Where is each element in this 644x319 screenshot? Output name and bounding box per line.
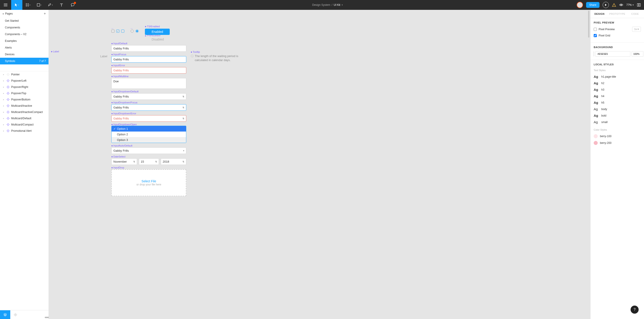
date-day[interactable]: 15	[139, 158, 159, 165]
page-item[interactable]: Examples	[0, 38, 48, 44]
radio-selected[interactable]	[136, 30, 139, 33]
pages-header[interactable]: ▾Pages +	[0, 10, 48, 18]
text-style-row[interactable]: Agh5	[594, 99, 641, 106]
layer-item[interactable]: ▸Popover/Bottom	[0, 96, 48, 103]
color-style-row[interactable]: berry-100	[594, 133, 641, 140]
text-style-row[interactable]: Agh3	[594, 86, 641, 93]
dropdown-option-1[interactable]: Option 1	[112, 126, 186, 132]
text-style-row[interactable]: Agsmall	[594, 119, 641, 125]
page-item[interactable]: Components – V2	[0, 31, 48, 38]
checkbox-unchecked[interactable]	[111, 30, 114, 33]
canvas[interactable]: Label Label ... ✓ ... TS/Enabled Enabled…	[49, 10, 590, 319]
visibility-icon[interactable]	[619, 4, 623, 6]
background-opacity-input[interactable]	[632, 51, 643, 57]
page-item[interactable]: Devices	[0, 51, 48, 58]
frame-input-focus[interactable]: Input/Focus	[111, 53, 186, 56]
frame-date-select[interactable]: DateSelect	[111, 155, 186, 158]
dropdown-option-2[interactable]: Option 2	[112, 132, 186, 137]
frame-tooltip[interactable]: Tooltip	[191, 51, 242, 53]
hamburger-menu[interactable]	[0, 0, 11, 10]
page-item[interactable]: Get Started	[0, 18, 48, 24]
frame-auto-default[interactable]: InputAuto/Default	[111, 144, 186, 147]
layer-item[interactable]: ▸Multicard/Inactive	[0, 103, 48, 109]
frame-dd-focus[interactable]: InputDropdown/Focus	[111, 101, 186, 104]
text-style-row[interactable]: Agh2	[594, 80, 641, 86]
pixel-preview-scale[interactable]: 1x ▾	[632, 27, 641, 32]
page-item[interactable]: Components	[0, 24, 48, 31]
background-hex-input[interactable]	[596, 51, 630, 57]
present-button[interactable]	[603, 2, 609, 8]
tab-code[interactable]: CODE	[626, 10, 644, 18]
checkbox-checked[interactable]: ✓	[116, 30, 120, 33]
layer-item[interactable]: ▸Popover/Left	[0, 78, 48, 84]
tab-prototype[interactable]: PROTOTYPE	[608, 10, 626, 18]
tooltip-text: The length of the waiting period is calc…	[191, 54, 242, 62]
zoom-control[interactable]: 77% ▾	[626, 3, 634, 7]
page-item[interactable]: Alerts	[0, 44, 48, 51]
layer-item[interactable]: ▸Popover/Top	[0, 90, 48, 96]
add-page-icon[interactable]: +	[44, 12, 46, 16]
date-year[interactable]: 2018	[161, 158, 186, 165]
pixel-preview-checkbox[interactable]	[594, 28, 597, 31]
color-style-row[interactable]: berry-200	[594, 140, 641, 146]
input-default[interactable]: Gabby Frills	[111, 45, 186, 52]
layer-item[interactable]: ▸Popover/Right	[0, 84, 48, 90]
input-error[interactable]: Gabby Frills	[111, 67, 186, 74]
enabled-button[interactable]: Enabled	[145, 29, 170, 35]
date-month[interactable]: November	[111, 158, 137, 165]
help-button[interactable]: ?	[630, 305, 639, 314]
canvas-scrollbar[interactable]	[588, 11, 590, 38]
frame-dd-open[interactable]: InputDropdown/Open	[111, 123, 186, 126]
layer-item[interactable]: ▸Multicard/InactiveCompact	[0, 109, 48, 115]
checkbox-focus[interactable]	[121, 30, 124, 33]
frame-label-label[interactable]: Label	[51, 50, 59, 53]
radio-unselected[interactable]	[130, 30, 134, 33]
dropdown-open[interactable]: Option 1 Option 2 Option 3	[111, 126, 186, 143]
background-swatch[interactable]	[594, 52, 594, 56]
move-tool[interactable]: ▾	[11, 0, 22, 10]
zoom-value: 77%	[626, 3, 632, 7]
frame-input-drop[interactable]: InputDrop	[111, 166, 186, 169]
frame-tool[interactable]: ▾	[22, 0, 34, 10]
input-auto[interactable]: Gabby Frills	[111, 147, 186, 154]
chevron-down-icon: ▾	[18, 4, 19, 6]
library-icon[interactable]	[637, 3, 641, 7]
text-style-row[interactable]: Agbold	[594, 112, 641, 119]
share-button[interactable]: Share	[586, 2, 600, 8]
text-style-row[interactable]: Agbody	[594, 106, 641, 112]
layer-item[interactable]: ▸Pointer	[0, 71, 48, 78]
tab-design[interactable]: DESIGN	[590, 10, 608, 18]
layer-item[interactable]: ▸Multicard/Compact	[0, 122, 48, 128]
pixel-grid-checkbox[interactable]	[594, 34, 597, 37]
input-multiline[interactable]: Doe	[111, 78, 186, 89]
breadcrumb[interactable]: Design System / UI Kit ▾	[78, 3, 577, 7]
page-item[interactable]: Symbols7 of 7	[0, 58, 48, 65]
expand-icon: ▸	[3, 98, 5, 101]
comment-tool[interactable]	[67, 0, 78, 10]
dropdown-option-3[interactable]: Option 3	[112, 137, 186, 143]
shape-tool[interactable]: ▾	[34, 0, 45, 10]
component-icon	[7, 117, 10, 120]
assets-tab[interactable]	[10, 310, 20, 319]
frame-input-default[interactable]: Input/Default	[111, 42, 186, 45]
text-tool[interactable]	[56, 0, 67, 10]
avatar[interactable]	[577, 2, 583, 8]
dropdown-error[interactable]: Gabby Frills	[111, 115, 186, 122]
warning-icon[interactable]	[612, 3, 616, 7]
dropdown-focus[interactable]: Gabby Frills	[111, 104, 186, 111]
layer-item[interactable]: ▸Multicard/Default	[0, 115, 48, 122]
frame-ts-enabled[interactable]: TS/Enabled	[145, 25, 160, 28]
input-focus[interactable]: Gabby Frills	[111, 56, 186, 63]
dropdown-default[interactable]: Gabby Frills	[111, 93, 186, 100]
frame-dd-error[interactable]: InputDropdown/Error	[111, 112, 186, 115]
file-drop-zone[interactable]: Select File or drop your file here	[111, 169, 186, 196]
layers-tab[interactable]	[0, 310, 10, 319]
text-style-row[interactable]: Agh1.page-title	[594, 73, 641, 80]
frame-input-multiline[interactable]: Input/Multiline	[111, 75, 186, 78]
ag-icon: Ag	[594, 101, 599, 105]
layer-item[interactable]: ▸Promotional Alert	[0, 128, 48, 134]
text-style-row[interactable]: Agh4	[594, 93, 641, 99]
frame-dd-default[interactable]: InputDropdown/Default	[111, 90, 186, 93]
pen-tool[interactable]: ▾	[45, 0, 56, 10]
frame-input-error[interactable]: Input/Error	[111, 64, 186, 67]
